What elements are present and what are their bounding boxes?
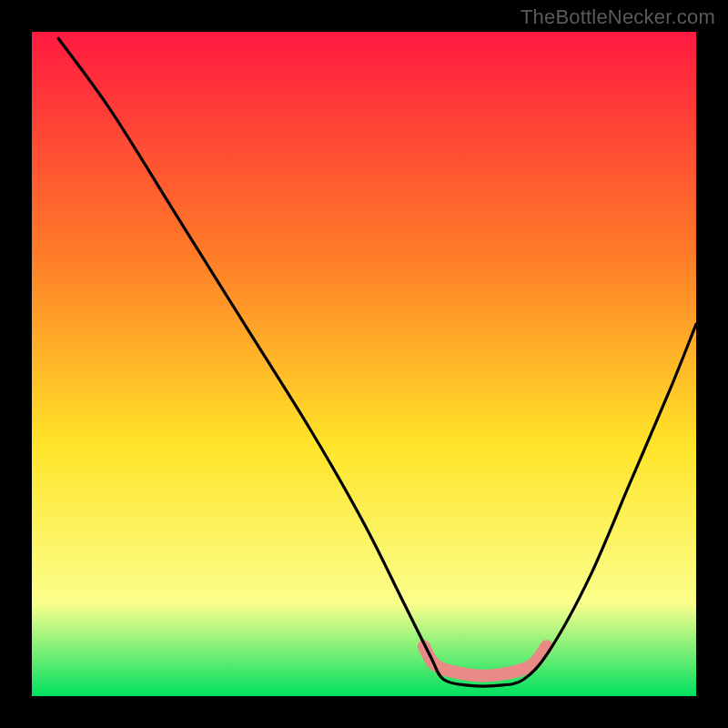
watermark-text: TheBottleNecker.com [521,5,715,29]
bottleneck-chart [32,32,696,696]
chart-frame [32,32,696,696]
heat-gradient-area [32,32,696,696]
